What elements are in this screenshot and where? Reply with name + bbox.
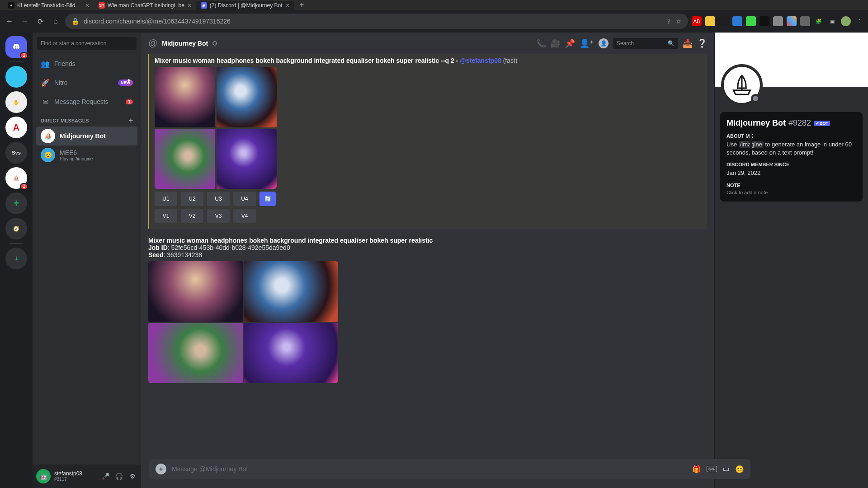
main-content: @ Midjourney Bot 📞 🎥 📌 👤⁺ 👤 Search 🔍 📥 ❔… — [141, 33, 714, 488]
image-grid-large[interactable] — [148, 261, 338, 383]
server-pill[interactable]: ✋ — [5, 91, 27, 113]
ext-icon[interactable] — [787, 16, 797, 26]
gen-image-1[interactable] — [148, 261, 243, 322]
inbox-icon[interactable]: 📥 — [683, 38, 693, 48]
messages-scroll[interactable]: Mixer music woman headphones bokeh backg… — [141, 54, 714, 488]
scroll-thumb[interactable] — [750, 131, 752, 149]
voice-call-icon[interactable]: 📞 — [536, 38, 546, 48]
gen-image-2[interactable] — [244, 261, 339, 322]
close-icon[interactable]: ✕ — [285, 2, 290, 9]
download-button[interactable]: ⬇ — [5, 248, 27, 269]
url-bar[interactable]: 🔒 discord.com/channels/@me/1063443749197… — [65, 14, 688, 29]
ext-icon[interactable] — [719, 16, 729, 26]
ext-icon[interactable] — [773, 16, 783, 26]
profile-avatar[interactable] — [721, 64, 763, 106]
create-dm-icon[interactable]: + — [129, 117, 133, 125]
sticker-icon[interactable]: 🗂 — [722, 465, 730, 473]
sidebar-item-nitro[interactable]: 🚀 Nitro NEW ✦ — [36, 73, 137, 92]
status-offline-icon — [751, 94, 760, 103]
new-tab-button[interactable]: + — [297, 0, 307, 10]
ext-icon[interactable] — [746, 16, 756, 26]
gen-image-1[interactable] — [155, 67, 215, 127]
speed-tag: (fast) — [503, 57, 518, 64]
u2-button[interactable]: U2 — [181, 192, 203, 206]
profile-discriminator: #9282 — [788, 118, 811, 128]
close-icon[interactable]: ✕ — [85, 2, 90, 9]
ext-icon[interactable] — [760, 16, 769, 26]
add-server-button[interactable]: + — [5, 192, 27, 214]
v2-button[interactable]: V2 — [181, 209, 203, 223]
add-friend-icon[interactable]: 👤⁺ — [580, 38, 594, 48]
v4-button[interactable]: V4 — [233, 209, 256, 223]
attach-button[interactable]: + — [156, 464, 166, 474]
gen-image-4[interactable] — [217, 129, 277, 189]
profile-banner — [715, 33, 868, 87]
kebab-icon[interactable]: ⋮ — [854, 16, 864, 26]
u4-button[interactable]: U4 — [233, 192, 256, 206]
note-input[interactable]: Click to add a note — [726, 190, 856, 195]
reload-icon[interactable]: ⟳ — [34, 15, 46, 27]
profile-avatar-icon[interactable] — [841, 16, 851, 26]
ext-icon[interactable] — [800, 16, 810, 26]
profile-name-row: Midjourney Bot#9282 ✔BOT — [726, 118, 856, 128]
explore-button[interactable]: 🧭 — [5, 218, 27, 239]
home-icon[interactable]: ⌂ — [50, 15, 61, 27]
panel-icon[interactable]: ▣ — [827, 16, 837, 26]
puzzle-icon[interactable]: 🧩 — [814, 16, 824, 26]
gen-image-3[interactable] — [155, 129, 215, 189]
message-input[interactable]: Message @Midjourney Bot — [172, 465, 248, 473]
video-call-icon[interactable]: 🎥 — [551, 38, 561, 48]
note-label: NOTE — [726, 183, 856, 188]
dm-item-midjourney[interactable]: ⛵ Midjourney Bot — [36, 127, 137, 145]
member-since-value: Jan 29, 2022 — [726, 169, 856, 177]
sidebar-item-label: Friends — [54, 60, 75, 67]
self-avatar-icon[interactable]: 🤖 — [36, 469, 51, 483]
deafen-icon[interactable]: 🎧 — [114, 473, 124, 480]
sidebar-item-requests[interactable]: ✉ Message Requests 1 — [36, 92, 137, 111]
server-pill[interactable]: ⛵1 — [5, 167, 27, 189]
about-text: Use /imagine to generate an image in und… — [726, 141, 856, 156]
server-pill[interactable] — [5, 66, 27, 88]
settings-gear-icon[interactable]: ⚙ — [127, 473, 137, 480]
v1-button[interactable]: V1 — [155, 209, 177, 223]
forward-icon[interactable]: → — [19, 15, 31, 27]
tab-favicon: ● — [8, 2, 14, 9]
server-pill[interactable]: Svs — [5, 142, 27, 164]
tab-title: (2) Discord | @Midjourney Bot — [210, 2, 283, 9]
tab-strip: ● KI erstellt Tonstudio-Bild. ✕ ST Wie m… — [0, 0, 868, 10]
star-icon[interactable]: ☆ — [676, 18, 682, 25]
discord-home[interactable]: 1 — [5, 36, 27, 58]
profile-name: Midjourney Bot — [726, 118, 786, 128]
ext-icon[interactable] — [705, 16, 715, 26]
dm-item-mee6[interactable]: 😊 MEE6 Playing /imagine — [36, 145, 137, 164]
upscale-row: U1 U2 U3 U4 🔄 — [155, 192, 702, 206]
back-icon[interactable]: ← — [4, 15, 15, 27]
profile-icon[interactable]: 👤 — [599, 38, 609, 48]
share-icon[interactable]: ⇪ — [666, 18, 671, 25]
browser-tab[interactable]: ● KI erstellt Tonstudio-Bild. ✕ — [4, 1, 94, 10]
server-pill[interactable]: A — [5, 117, 27, 138]
gif-button[interactable]: GIF — [707, 466, 717, 472]
gift-icon[interactable]: 🎁 — [692, 465, 701, 474]
mute-mic-icon[interactable]: 🎤 — [100, 473, 110, 480]
gen-image-4[interactable] — [244, 323, 339, 384]
reroll-button[interactable]: 🔄 — [259, 192, 276, 206]
browser-tab[interactable]: ST Wie man ChatGPT beibringt, be ✕ — [94, 1, 196, 10]
close-icon[interactable]: ✕ — [187, 2, 192, 9]
v3-button[interactable]: V3 — [207, 209, 230, 223]
sidebar-item-friends[interactable]: 👥 Friends — [36, 54, 137, 73]
u1-button[interactable]: U1 — [155, 192, 177, 206]
find-conversation-input[interactable]: Find or start a conversation — [37, 37, 137, 50]
u3-button[interactable]: U3 — [207, 192, 230, 206]
gen-image-3[interactable] — [148, 323, 243, 384]
image-grid[interactable] — [155, 67, 277, 189]
mention[interactable]: @stefanstp08 — [460, 57, 501, 64]
search-input[interactable]: Search 🔍 — [613, 38, 678, 49]
help-icon[interactable]: ❔ — [697, 38, 707, 48]
ext-abp-icon[interactable]: AB — [692, 16, 702, 26]
emoji-icon[interactable]: 😊 — [735, 465, 744, 474]
ext-icon[interactable] — [732, 16, 742, 26]
gen-image-2[interactable] — [217, 67, 277, 127]
browser-tab-active[interactable]: ◉ (2) Discord | @Midjourney Bot ✕ — [196, 1, 294, 10]
pin-icon[interactable]: 📌 — [565, 38, 575, 48]
